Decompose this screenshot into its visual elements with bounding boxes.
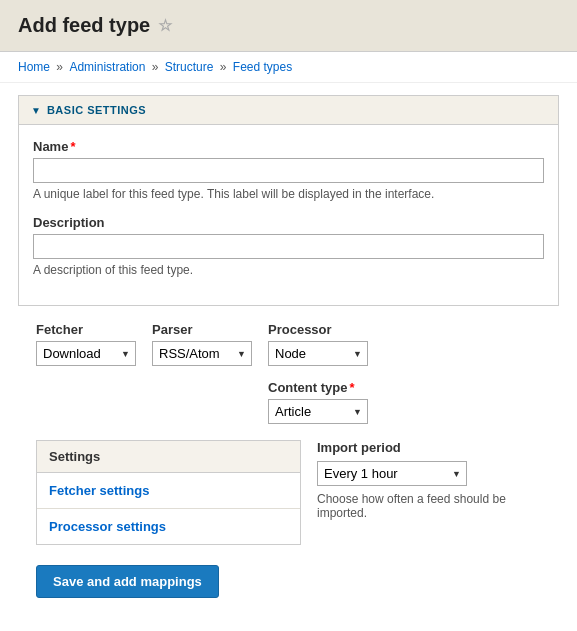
name-required-star: *	[70, 139, 75, 154]
fetcher-select[interactable]: Download None	[36, 341, 136, 366]
parser-select[interactable]: RSS/Atom CSV XML JSON	[152, 341, 252, 366]
fetcher-group: Fetcher Download None	[36, 322, 136, 366]
description-form-group: Description A description of this feed t…	[33, 215, 544, 277]
breadcrumb-sep-3: »	[220, 60, 230, 74]
page-title-text: Add feed type	[18, 14, 150, 37]
parser-group: Parser RSS/Atom CSV XML JSON	[152, 322, 252, 366]
description-input[interactable]	[33, 234, 544, 259]
breadcrumb-feed-types[interactable]: Feed types	[233, 60, 292, 74]
processor-label: Processor	[268, 322, 368, 337]
collapse-icon[interactable]: ▼	[31, 105, 41, 116]
favorite-star-icon[interactable]: ☆	[158, 16, 172, 35]
processor-group: Processor Node User Term Content type* A…	[268, 322, 368, 424]
name-label: Name*	[33, 139, 544, 154]
breadcrumb-home[interactable]: Home	[18, 60, 50, 74]
content-type-label: Content type*	[268, 380, 368, 395]
fetcher-settings-link[interactable]: Fetcher settings	[49, 483, 149, 498]
settings-import-row: Settings Fetcher settings Processor sett…	[18, 440, 559, 561]
import-period-hint: Choose how often a feed should be import…	[317, 492, 541, 520]
save-add-mappings-button[interactable]: Save and add mappings	[36, 565, 219, 598]
content-type-select[interactable]: Article Basic page	[268, 399, 368, 424]
processor-select[interactable]: Node User Term	[268, 341, 368, 366]
import-period-label: Import period	[317, 440, 541, 455]
import-period-select[interactable]: Every 1 hour Every 15 minutes Every 30 m…	[317, 461, 467, 486]
name-form-group: Name* A unique label for this feed type.…	[33, 139, 544, 201]
settings-panel: Settings Fetcher settings Processor sett…	[36, 440, 301, 545]
basic-settings-section: ▼ BASIC SETTINGS Name* A unique label fo…	[18, 95, 559, 306]
fetcher-settings-item[interactable]: Fetcher settings	[37, 473, 300, 509]
import-period-section: Import period Every 1 hour Every 15 minu…	[301, 440, 541, 520]
settings-panel-header: Settings	[37, 441, 300, 473]
section-body-basic: Name* A unique label for this feed type.…	[19, 125, 558, 305]
main-content: ▼ BASIC SETTINGS Name* A unique label fo…	[0, 83, 577, 626]
breadcrumb: Home » Administration » Structure » Feed…	[0, 52, 577, 83]
breadcrumb-administration[interactable]: Administration	[69, 60, 145, 74]
content-type-required-star: *	[349, 380, 354, 395]
breadcrumb-sep-1: »	[56, 60, 66, 74]
import-period-select-wrapper: Every 1 hour Every 15 minutes Every 30 m…	[317, 461, 467, 486]
description-hint: A description of this feed type.	[33, 263, 544, 277]
processor-settings-link[interactable]: Processor settings	[49, 519, 166, 534]
page-title: Add feed type ☆	[18, 14, 559, 37]
processor-settings-item[interactable]: Processor settings	[37, 509, 300, 544]
content-type-select-wrapper: Article Basic page	[268, 399, 368, 424]
fpp-row: Fetcher Download None Parser RSS/Atom CS…	[18, 322, 559, 440]
name-input[interactable]	[33, 158, 544, 183]
parser-select-wrapper: RSS/Atom CSV XML JSON	[152, 341, 252, 366]
section-header-basic: ▼ BASIC SETTINGS	[19, 96, 558, 125]
name-hint: A unique label for this feed type. This …	[33, 187, 544, 201]
fetcher-select-wrapper: Download None	[36, 341, 136, 366]
processor-select-wrapper: Node User Term	[268, 341, 368, 366]
description-label: Description	[33, 215, 544, 230]
breadcrumb-sep-2: »	[152, 60, 162, 74]
fetcher-label: Fetcher	[36, 322, 136, 337]
breadcrumb-structure[interactable]: Structure	[165, 60, 214, 74]
parser-label: Parser	[152, 322, 252, 337]
section-title-basic: BASIC SETTINGS	[47, 104, 146, 116]
page-header: Add feed type ☆	[0, 0, 577, 52]
